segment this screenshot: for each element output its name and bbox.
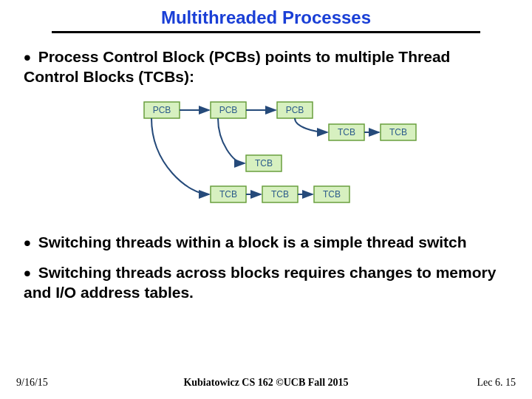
slide-title: Multithreaded Processes: [0, 0, 532, 28]
bullet-3: • Switching threads across blocks requir…: [24, 262, 508, 303]
tcb-r1-1: TCB: [338, 127, 355, 137]
content-area: • Process Control Block (PCBs) points to…: [0, 33, 532, 302]
bullet-dot-icon: •: [24, 231, 31, 254]
bullet-dot-icon: •: [24, 262, 31, 284]
tcb-r3-2: TCB: [271, 189, 289, 200]
pcb-tcb-diagram: PCB PCB PCB TCB TCB TCB TCB TCB T: [107, 98, 425, 219]
bullet-2-text: Switching threads within a block is a si…: [38, 233, 467, 250]
bullet-1-text: Process Control Block (PCBs) points to m…: [24, 48, 450, 85]
pcb-label-2: PCB: [219, 105, 238, 115]
bullet-2: • Switching threads within a block is a …: [24, 232, 508, 252]
tcb-r3-1: TCB: [219, 189, 237, 200]
bullet-1: • Process Control Block (PCBs) points to…: [24, 47, 508, 87]
diagram-svg: PCB PCB PCB TCB TCB TCB TCB TCB T: [107, 98, 425, 216]
footer-course: Kubiatowicz CS 162 ©UCB Fall 2015: [0, 377, 532, 389]
tcb-r2-1: TCB: [255, 158, 273, 168]
slide-footer: 9/16/15 Kubiatowicz CS 162 ©UCB Fall 201…: [0, 377, 532, 389]
footer-date: 9/16/15: [16, 377, 48, 389]
footer-lecture-num: Lec 6. 15: [477, 377, 516, 389]
pcb-label-1: PCB: [153, 105, 171, 115]
bullet-3-text: Switching threads across blocks requires…: [24, 264, 496, 301]
bullet-dot-icon: •: [24, 46, 31, 69]
tcb-r3-3: TCB: [323, 189, 341, 200]
tcb-r1-2: TCB: [389, 127, 407, 137]
pcb-label-3: PCB: [286, 105, 304, 115]
